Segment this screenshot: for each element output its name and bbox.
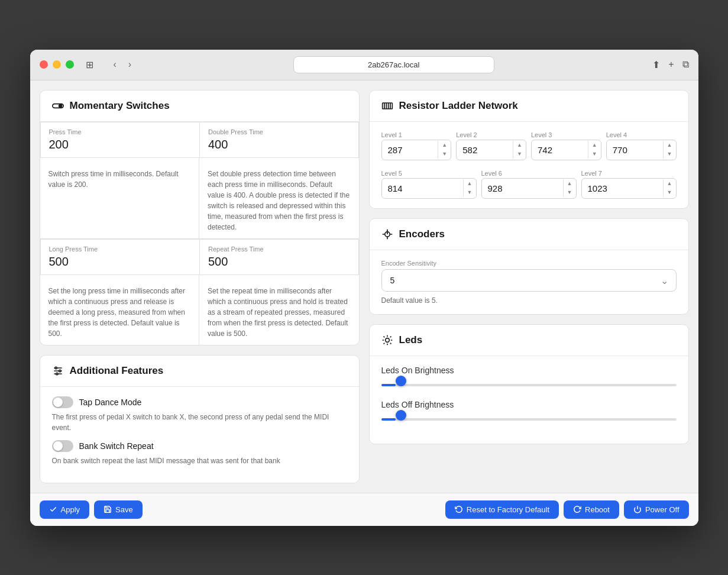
level-7-input[interactable] — [582, 179, 663, 198]
level-5-up[interactable]: ▲ — [464, 179, 476, 188]
level-6-down[interactable]: ▼ — [564, 188, 576, 197]
long-press-time-desc: Set the long press time in milliseconds … — [48, 286, 191, 339]
share-icon[interactable]: ⬆ — [652, 59, 660, 70]
additional-features-panel: Additional Features Tap Dance Mode The f… — [40, 355, 360, 483]
press-time-desc: Switch press time in milliseconds. Defau… — [48, 169, 191, 190]
svg-point-1 — [59, 104, 62, 107]
double-press-time-label: Double Press Time — [208, 128, 350, 135]
repeat-press-time-cell: Repeat Press Time — [199, 239, 359, 274]
resistor-levels-row1: Level 1 ▲ ▼ Level 2 — [370, 122, 688, 170]
save-icon — [103, 505, 112, 513]
svg-point-15 — [385, 338, 389, 342]
back-button[interactable]: ‹ — [110, 57, 120, 72]
reset-label: Reset to Factory Default — [467, 505, 549, 514]
level-3-down[interactable]: ▼ — [588, 150, 601, 159]
titlebar: ⊞ ‹ › ⬆ + ⧉ — [30, 50, 698, 80]
tabs-icon[interactable]: ⧉ — [682, 59, 689, 70]
power-off-button[interactable]: Power Off — [624, 500, 689, 519]
resistor-ladder-panel: Resistor Ladder Network Level 1 ▲ ▼ — [369, 90, 689, 209]
reboot-button[interactable]: Reboot — [564, 500, 619, 519]
encoders-panel: Encoders Encoder Sensitivity 1 2 3 4 5 6… — [369, 218, 689, 315]
level-1-item: Level 1 ▲ ▼ — [381, 131, 452, 160]
level-3-input-wrapper: ▲ ▼ — [531, 140, 601, 160]
bank-switch-toggle[interactable] — [52, 440, 73, 452]
tap-dance-label: Tap Dance Mode — [79, 398, 142, 407]
level-6-spinners: ▲ ▼ — [563, 179, 576, 197]
new-tab-icon[interactable]: + — [668, 59, 674, 70]
resistor-ladder-title: Resistor Ladder Network — [399, 100, 518, 112]
bank-switch-toggle-row: Bank Switch Repeat — [52, 440, 347, 452]
bank-switch-desc: On bank switch repeat the last MIDI mess… — [52, 456, 347, 466]
double-press-time-cell: Double Press Time — [199, 122, 359, 157]
level-3-up[interactable]: ▲ — [588, 141, 601, 150]
maximize-button[interactable] — [66, 60, 74, 69]
level-2-input[interactable] — [457, 140, 513, 160]
press-time-input[interactable] — [49, 138, 192, 151]
reset-icon — [455, 505, 463, 513]
repeat-press-time-desc-cell: Set the repeat time in milliseconds afte… — [199, 275, 359, 345]
level-5-label: Level 5 — [381, 170, 477, 177]
repeat-press-time-input[interactable] — [208, 255, 350, 269]
level-2-item: Level 2 ▲ ▼ — [456, 131, 526, 160]
apply-icon — [49, 505, 57, 513]
long-repeat-desc-row: Set the long press time in milliseconds … — [40, 274, 359, 345]
url-input[interactable] — [293, 56, 494, 73]
level-6-up[interactable]: ▲ — [564, 179, 576, 188]
sidebar-toggle-button[interactable]: ⊞ — [81, 57, 98, 73]
resistor-levels-row2: Level 5 ▲ ▼ Level 6 — [370, 170, 688, 208]
long-press-time-label: Long Press Time — [49, 245, 192, 253]
level-6-item: Level 6 ▲ ▼ — [481, 170, 577, 199]
level-2-down[interactable]: ▼ — [513, 150, 526, 159]
minimize-button[interactable] — [53, 60, 61, 69]
forward-button[interactable]: › — [125, 57, 135, 72]
left-column: Momentary Switches Press Time Double Pre… — [40, 90, 360, 483]
level-1-spinners: ▲ ▼ — [438, 141, 451, 159]
apply-label: Apply — [61, 505, 80, 514]
level-4-down[interactable]: ▼ — [664, 150, 676, 159]
long-press-time-desc-cell: Set the long press time in milliseconds … — [40, 275, 200, 345]
press-time-desc-row: Switch press time in milliseconds. Defau… — [40, 157, 359, 238]
level-7-label: Level 7 — [581, 170, 677, 177]
level-1-up[interactable]: ▲ — [438, 141, 451, 150]
bank-switch-row: Bank Switch Repeat On bank switch repeat… — [52, 440, 347, 466]
traffic-lights — [40, 60, 74, 69]
encoders-title: Encoders — [399, 228, 445, 240]
encoders-header: Encoders — [370, 219, 688, 250]
level-6-input-wrapper: ▲ ▼ — [481, 178, 577, 199]
press-time-cell: Press Time — [40, 122, 200, 157]
double-press-time-desc: Set double press detection time between … — [208, 169, 351, 232]
press-time-label: Press Time — [49, 128, 192, 135]
level-5-down[interactable]: ▼ — [464, 188, 476, 197]
double-press-time-input[interactable] — [208, 138, 350, 151]
level-4-up[interactable]: ▲ — [664, 141, 676, 150]
encoder-sensitivity-select[interactable]: 1 2 3 4 5 6 7 8 9 10 — [381, 269, 677, 292]
leds-on-brightness-row: Leds On Brightness — [381, 366, 677, 390]
long-press-time-input[interactable] — [49, 255, 192, 269]
level-5-spinners: ▲ ▼ — [463, 179, 476, 197]
level-2-up[interactable]: ▲ — [513, 141, 526, 150]
reset-button[interactable]: Reset to Factory Default — [445, 500, 559, 519]
svg-point-5 — [55, 367, 57, 369]
level-6-input[interactable] — [482, 179, 563, 198]
level-1-input-wrapper: ▲ ▼ — [381, 140, 452, 160]
close-button[interactable] — [40, 60, 48, 69]
level-7-down[interactable]: ▼ — [664, 188, 676, 197]
encoder-sensitivity-wrapper: 1 2 3 4 5 6 7 8 9 10 — [381, 269, 677, 292]
url-bar — [142, 56, 645, 73]
apply-button[interactable]: Apply — [40, 500, 90, 519]
toggle-icon — [52, 100, 64, 112]
resistor-icon — [381, 100, 393, 112]
momentary-switches-title: Momentary Switches — [70, 100, 170, 112]
level-1-input[interactable] — [382, 140, 438, 160]
level-7-up[interactable]: ▲ — [664, 179, 676, 188]
level-4-input[interactable] — [607, 140, 663, 160]
level-3-item: Level 3 ▲ ▼ — [531, 131, 601, 160]
additional-features-title: Additional Features — [70, 365, 164, 377]
level-1-down[interactable]: ▼ — [438, 150, 451, 159]
level-3-input[interactable] — [532, 140, 588, 160]
save-button[interactable]: Save — [94, 500, 143, 519]
leds-off-brightness-row: Leds Off Brightness — [381, 400, 677, 425]
level-5-input[interactable] — [382, 179, 463, 198]
tap-dance-toggle[interactable] — [52, 396, 73, 408]
level-4-input-wrapper: ▲ ▼ — [606, 140, 677, 160]
